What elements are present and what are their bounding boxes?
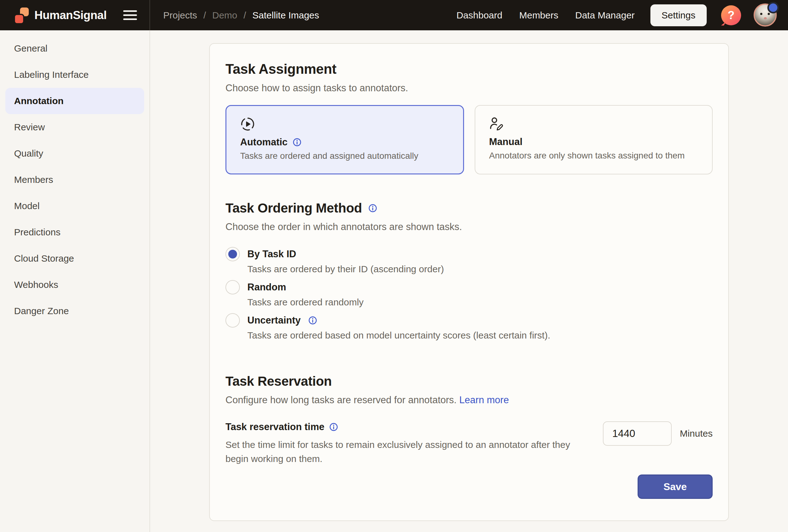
menu-icon[interactable] (123, 10, 137, 20)
annotation-settings-card: Task Assignment Choose how to assign tas… (209, 43, 729, 521)
info-icon[interactable] (368, 204, 377, 212)
task-reservation-heading-row: Task Reservation (225, 374, 713, 389)
sidebar-item-members[interactable]: Members (5, 167, 144, 193)
topbar-nav: Dashboard Members Data Manager Settings … (440, 3, 777, 27)
radio-random-description: Tasks are ordered randomly (247, 297, 713, 308)
radio-line: Uncertainty (225, 313, 713, 328)
breadcrumb-current-page: Satellite Images (252, 10, 319, 21)
radio-uncertainty-label[interactable]: Uncertainty (247, 315, 301, 326)
sidebar-item-review[interactable]: Review (5, 114, 144, 140)
assignment-option-title-row: Manual (489, 136, 698, 147)
main-content: Task Assignment Choose how to assign tas… (150, 30, 788, 532)
nav-dashboard[interactable]: Dashboard (456, 10, 503, 21)
reservation-time-unit: Minutes (680, 428, 713, 439)
breadcrumb-projects[interactable]: Projects (163, 10, 197, 21)
sidebar-item-webhooks[interactable]: Webhooks (5, 272, 144, 298)
task-ordering-subtitle: Choose the order in which annotators are… (225, 221, 713, 232)
nav-members[interactable]: Members (519, 10, 558, 21)
nav-data-manager[interactable]: Data Manager (575, 10, 634, 21)
topbar-brand-section: HumanSignal (0, 0, 150, 30)
radio-by-task-id-description: Tasks are ordered by their ID (ascending… (247, 264, 713, 274)
task-ordering-heading-row: Task Ordering Method (225, 201, 713, 216)
sidebar-item-annotation[interactable]: Annotation (5, 88, 144, 114)
radio-uncertainty-description: Tasks are ordered based on model uncerta… (247, 330, 713, 341)
app-root: HumanSignal Projects / Demo / Satellite … (0, 0, 788, 532)
ordering-radio-group: By Task ID Tasks are ordered by their ID… (225, 247, 713, 341)
logo-square-coral (14, 14, 24, 24)
task-ordering-title: Task Ordering Method (225, 201, 362, 216)
user-menu[interactable] (754, 3, 777, 27)
learn-more-link[interactable]: Learn more (459, 394, 509, 405)
radio-random-label[interactable]: Random (247, 282, 286, 293)
radio-uncertainty[interactable] (225, 313, 240, 328)
sidebar-item-general[interactable]: General (5, 35, 144, 62)
task-assignment-subtitle: Choose how to assign tasks to annotators… (225, 83, 713, 94)
radio-by-task-id[interactable] (225, 247, 240, 261)
reservation-time-description: Set the time limit for tasks to remain e… (225, 437, 594, 466)
task-assignment-title: Task Assignment (225, 61, 713, 77)
humansignal-logo-icon (13, 7, 30, 24)
automatic-option-label: Automatic (240, 137, 288, 148)
reservation-input-group: Minutes (603, 421, 713, 446)
reservation-time-label: Task reservation time (225, 421, 324, 433)
settings-button[interactable]: Settings (650, 4, 707, 26)
reservation-field-info: Task reservation time Set the time limit… (225, 421, 594, 466)
notification-badge (767, 2, 779, 14)
topbar: HumanSignal Projects / Demo / Satellite … (0, 0, 788, 30)
manual-option-description: Annotators are only shown tasks assigned… (489, 151, 698, 161)
help-icon[interactable]: ? (721, 5, 741, 25)
user-pen-icon (489, 116, 504, 131)
ordering-option-random: Random Tasks are ordered randomly (225, 280, 713, 308)
breadcrumb-separator: / (243, 10, 246, 21)
assignment-option-manual[interactable]: Manual Annotators are only shown tasks a… (475, 105, 713, 175)
reservation-time-input[interactable] (603, 421, 672, 446)
breadcrumb: Projects / Demo / Satellite Images (163, 10, 319, 21)
settings-sidebar: General Labeling Interface Annotation Re… (0, 30, 150, 532)
sidebar-item-model[interactable]: Model (5, 193, 144, 219)
breadcrumb-project-name[interactable]: Demo (212, 10, 237, 21)
sidebar-item-cloud-storage[interactable]: Cloud Storage (5, 245, 144, 272)
help-question-mark: ? (728, 9, 734, 22)
save-row: Save (225, 474, 713, 499)
radio-line: By Task ID (225, 247, 713, 261)
manual-option-label: Manual (489, 136, 523, 147)
info-icon[interactable] (293, 138, 301, 147)
brand-logo[interactable]: HumanSignal (13, 7, 106, 24)
assignment-options: Automatic Tasks are ordered and assigned… (225, 105, 713, 175)
sidebar-item-quality[interactable]: Quality (5, 140, 144, 167)
task-reservation-subtitle: Configure how long tasks are reserved fo… (225, 394, 713, 406)
task-reservation-subtitle-text: Configure how long tasks are reserved fo… (225, 394, 456, 405)
task-reservation-title: Task Reservation (225, 374, 332, 389)
radio-by-task-id-label[interactable]: By Task ID (247, 248, 296, 260)
radio-random[interactable] (225, 280, 240, 294)
radio-line: Random (225, 280, 713, 294)
sidebar-item-predictions[interactable]: Predictions (5, 219, 144, 245)
info-icon[interactable] (308, 316, 317, 325)
reservation-label-row: Task reservation time (225, 421, 594, 433)
assignment-option-title-row: Automatic (240, 137, 449, 148)
circle-play-icon (240, 117, 255, 131)
ordering-option-by-task-id: By Task ID Tasks are ordered by their ID… (225, 247, 713, 274)
info-icon[interactable] (329, 423, 338, 431)
ordering-option-uncertainty: Uncertainty Tasks are ordered based on m… (225, 313, 713, 341)
sidebar-item-danger-zone[interactable]: Danger Zone (5, 298, 144, 324)
assignment-option-automatic[interactable]: Automatic Tasks are ordered and assigned… (225, 105, 464, 175)
brand-name: HumanSignal (34, 9, 106, 22)
breadcrumb-separator: / (203, 10, 206, 21)
reservation-field-row: Task reservation time Set the time limit… (225, 421, 713, 466)
page-body: General Labeling Interface Annotation Re… (0, 30, 788, 532)
sidebar-item-labeling-interface[interactable]: Labeling Interface (5, 62, 144, 88)
save-button[interactable]: Save (637, 474, 713, 499)
automatic-option-description: Tasks are ordered and assigned automatic… (240, 151, 449, 161)
